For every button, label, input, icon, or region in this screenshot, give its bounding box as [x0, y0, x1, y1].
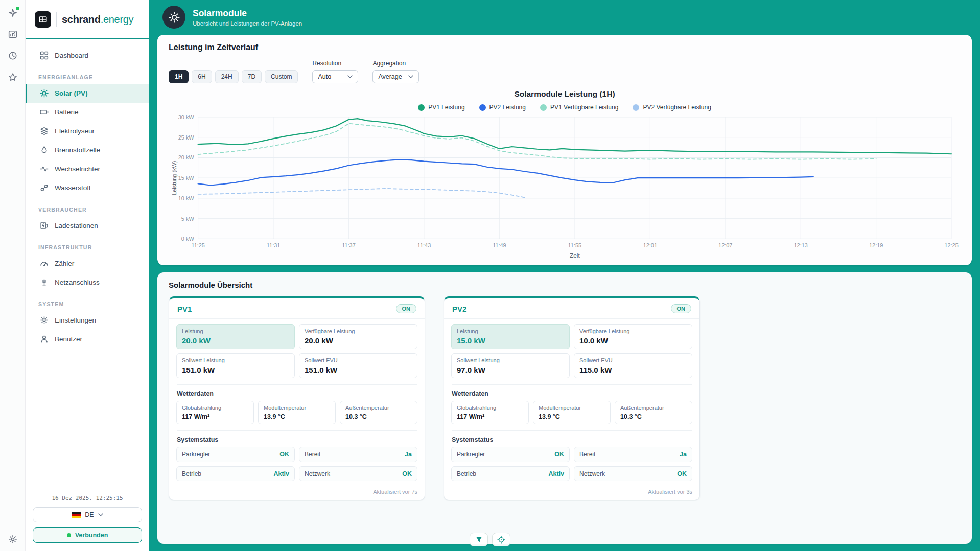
sidebar-item-zaehler[interactable]: Zähler [26, 254, 149, 273]
range-button-1h[interactable]: 1H [169, 70, 189, 83]
assistant-button[interactable] [8, 8, 17, 17]
range-button-24h[interactable]: 24H [215, 70, 239, 83]
brand-wordmark: schrand.energy [62, 14, 133, 26]
sidebar-item-netzanschluss[interactable]: Netzanschluss [26, 273, 149, 292]
range-button-custom[interactable]: Custom [265, 70, 298, 83]
metric-label: Sollwert EVU [305, 357, 412, 363]
sidebar-item-label: Brennstoffzelle [55, 146, 100, 154]
range-button-6h[interactable]: 6H [192, 70, 212, 83]
reports-button[interactable] [8, 30, 17, 39]
chevron-down-icon [347, 75, 353, 78]
star-icon [8, 73, 17, 82]
rail-settings-button[interactable] [8, 535, 17, 544]
sidebar-item-label: Batterie [55, 108, 79, 116]
weather-globalstrahlung: Globalstrahlung 117 W/m² [176, 401, 254, 424]
system-value: Aktiv [273, 470, 289, 477]
system-section-title: Systemstatus [452, 430, 692, 443]
legend-item: PV2 Leistung [479, 104, 526, 111]
weather-label: Globalstrahlung [457, 405, 523, 411]
svg-text:30 kW: 30 kW [178, 114, 195, 120]
range-button-7d[interactable]: 7D [242, 70, 262, 83]
aggregation-value: Average [378, 73, 402, 80]
sidebar-item-wasserstoff[interactable]: Wasserstoff [26, 178, 149, 197]
page-subtitle: Übersicht und Leistungen der PV-Anlagen [193, 20, 302, 27]
user-icon [40, 335, 49, 343]
section-title-infrastruktur: INFRASTRUKTUR [26, 235, 149, 254]
weather-grid: Globalstrahlung 117 W/m² Modultemperatur… [451, 401, 692, 424]
svg-text:10 kW: 10 kW [178, 195, 195, 201]
chart-legend: PV1 LeistungPV2 LeistungPV1 Verfügbare L… [169, 104, 961, 111]
legend-dot-icon [633, 104, 639, 111]
overview-card: Solarmodule Übersicht PV1 ON Leistung [157, 272, 972, 544]
overview-title: Solarmodule Übersicht [169, 281, 961, 289]
favorites-button[interactable] [8, 73, 17, 82]
legend-label: PV2 Leistung [489, 104, 526, 111]
metric-label: Verfügbare Leistung [305, 328, 412, 334]
system-label: Parkregler [457, 451, 485, 458]
metric-grid: Leistung 15.0 kW Verfügbare Leistung 10.… [451, 324, 692, 378]
metric-sollwert-leistung: Sollwert Leistung 151.0 kW [176, 353, 295, 378]
metric-verfuegbare-leistung: Verfügbare Leistung 10.0 kW [574, 324, 692, 349]
gear-icon [40, 316, 49, 325]
svg-text:Zeit: Zeit [570, 252, 580, 259]
sidebar-item-label: Wasserstoff [55, 184, 91, 192]
page-header-text: Solarmodule Übersicht und Leistungen der… [193, 8, 302, 27]
section-title-energieanlage: ENERGIEANLAGE [26, 65, 149, 84]
sidebar-item-wechselrichter[interactable]: Wechselrichter [26, 159, 149, 178]
resolution-select[interactable]: Auto [312, 70, 358, 83]
system-label: Netzwerk [579, 470, 605, 477]
weather-value: 13.9 °C [264, 413, 330, 420]
system-label: Betrieb [457, 470, 476, 477]
sidebar-item-brennstoffzelle[interactable]: Brennstoffzelle [26, 141, 149, 159]
sidebar-item-label: Wechselrichter [55, 165, 100, 173]
legend-dot-icon [418, 104, 425, 111]
svg-text:12:07: 12:07 [718, 242, 732, 248]
resolution-label: Resolution [312, 60, 358, 67]
metric-value: 151.0 kW [305, 365, 412, 374]
history-button[interactable] [8, 51, 17, 60]
aggregation-select[interactable]: Average [372, 70, 418, 83]
system-bereit: Bereit Ja [299, 447, 417, 462]
sun-icon [169, 12, 180, 23]
system-grid: Parkregler OK Bereit Ja Betrieb Aktiv [176, 447, 417, 481]
sidebar-item-einstellungen[interactable]: Einstellungen [26, 311, 149, 330]
legend-label: PV2 Verfügbare Leistung [643, 104, 711, 111]
crosshair-icon [497, 536, 505, 544]
system-grid: Parkregler OK Bereit Ja Betrieb Aktiv [451, 447, 692, 481]
time-range-group: 1H 6H 24H 7D Custom [169, 70, 298, 83]
sidebar-item-elektrolyseur[interactable]: Elektrolyseur [26, 122, 149, 141]
weather-aussentemperatur: Außentemperatur 10.3 °C [340, 401, 417, 424]
connection-status-button[interactable]: Verbunden [33, 527, 142, 543]
brand-secondary: .energy [101, 14, 134, 25]
logo[interactable]: schrand.energy [26, 0, 149, 39]
chevron-down-icon [98, 513, 103, 516]
aggregation-group: Aggregation Average [372, 60, 418, 83]
system-netzwerk: Netzwerk OK [574, 466, 692, 481]
language-selector[interactable]: DE [33, 507, 142, 522]
battery-icon [40, 108, 49, 117]
layers-icon [40, 127, 49, 135]
sidebar: schrand.energy Dashboard ENERGIEANLAGE S… [26, 0, 149, 551]
system-value: Aktiv [548, 470, 564, 477]
logo-icon [35, 11, 51, 28]
locate-button[interactable] [492, 533, 510, 546]
svg-text:12:25: 12:25 [944, 242, 958, 248]
sidebar-item-batterie[interactable]: Batterie [26, 103, 149, 122]
brand-primary: schrand [62, 14, 101, 25]
app-root: schrand.energy Dashboard ENERGIEANLAGE S… [0, 0, 980, 551]
svg-text:11:55: 11:55 [568, 242, 581, 248]
legend-label: PV1 Leistung [428, 104, 464, 111]
sidebar-item-ladestationen[interactable]: Ladestationen [26, 216, 149, 235]
main-area: Solarmodule Übersicht und Leistungen der… [149, 0, 980, 551]
sidebar-item-solar-pv[interactable]: Solar (PV) [26, 84, 149, 103]
weather-globalstrahlung: Globalstrahlung 117 W/m² [451, 401, 529, 424]
metric-value: 20.0 kW [182, 336, 289, 345]
pv-card-header: PV2 ON [444, 298, 699, 319]
svg-text:11:49: 11:49 [493, 242, 506, 248]
filter-button[interactable] [470, 533, 488, 546]
main-content: Leistung im Zeitverlauf 1H 6H 24H 7D Cus… [149, 35, 980, 551]
svg-text:15 kW: 15 kW [178, 175, 195, 181]
svg-text:11:25: 11:25 [191, 242, 204, 248]
sidebar-item-benutzer[interactable]: Benutzer [26, 330, 149, 349]
sidebar-item-dashboard[interactable]: Dashboard [26, 46, 149, 65]
